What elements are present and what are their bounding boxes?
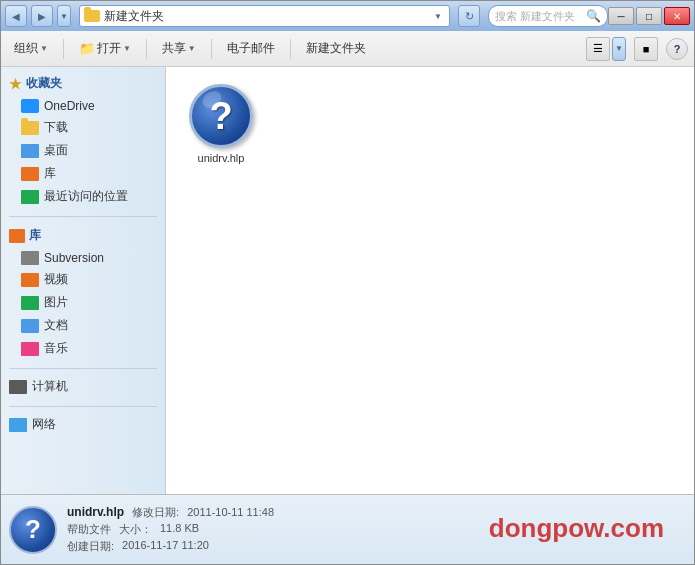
share-button[interactable]: 共享 ▼ [155, 36, 203, 61]
library-icon [21, 167, 39, 181]
sidebar-item-desktop[interactable]: 桌面 [1, 139, 165, 162]
sidebar-item-onedrive-label: OneDrive [44, 99, 95, 113]
video-icon [21, 273, 39, 287]
open-label: 打开 [97, 40, 121, 57]
toolbar-separator-1 [63, 39, 64, 59]
statusbar-modified-label: 修改日期: [132, 505, 179, 520]
computer-icon [9, 380, 27, 394]
sidebar-item-video-label: 视频 [44, 271, 68, 288]
sidebar-item-music[interactable]: 音乐 [1, 337, 165, 360]
help-button[interactable]: ? [666, 38, 688, 60]
organize-dropdown-icon: ▼ [40, 44, 48, 53]
doc-icon [21, 319, 39, 333]
minimize-button[interactable]: ─ [608, 7, 634, 25]
new-folder-button[interactable]: 新建文件夹 [299, 36, 373, 61]
open-dropdown-icon: ▼ [123, 44, 131, 53]
sidebar-item-music-label: 音乐 [44, 340, 68, 357]
close-button[interactable]: ✕ [664, 7, 690, 25]
email-button[interactable]: 电子邮件 [220, 36, 282, 61]
statusbar-filename: unidrv.hlp [67, 505, 124, 519]
view-dropdown-button[interactable]: ▼ [612, 37, 626, 61]
statusbar-created: 2016-11-17 11:20 [122, 539, 209, 554]
file-item-unidrv[interactable]: ? unidrv.hlp [176, 77, 266, 171]
search-icon[interactable]: 🔍 [586, 9, 601, 23]
share-dropdown-icon: ▼ [188, 44, 196, 53]
network-icon [9, 418, 27, 432]
file-area: ? unidrv.hlp [166, 67, 694, 494]
sidebar-item-download-label: 下载 [44, 119, 68, 136]
sidebar-item-network[interactable]: 网络 [1, 413, 165, 436]
onedrive-icon [21, 99, 39, 113]
favorites-label: 收藏夹 [26, 75, 62, 92]
titlebar: ◀ ▶ ▼ 新建文件夹 ▼ ↻ 搜索 新建文件夹 🔍 ─ □ ✕ [1, 1, 694, 31]
share-label: 共享 [162, 40, 186, 57]
statusbar-size: 11.8 KB [160, 522, 199, 537]
sidebar-divider-2 [9, 368, 157, 369]
new-folder-label: 新建文件夹 [306, 40, 366, 57]
sidebar: ★ 收藏夹 OneDrive 下载 桌面 库 [1, 67, 166, 494]
nav-dropdown[interactable]: ▼ [57, 5, 71, 27]
file-icon-char: ? [209, 97, 232, 135]
sidebar-item-desktop-label: 桌面 [44, 142, 68, 159]
statusbar: ? unidrv.hlp 修改日期: 2011-10-11 11:48 帮助文件… [1, 494, 694, 564]
sidebar-item-library[interactable]: 库 [1, 162, 165, 185]
libraries-label: 库 [29, 227, 41, 244]
sidebar-item-subversion-label: Subversion [44, 251, 104, 265]
statusbar-row1: unidrv.hlp 修改日期: 2011-10-11 11:48 [67, 505, 274, 520]
statusbar-row2: 帮助文件 大小： 11.8 KB [67, 522, 274, 537]
sidebar-divider-3 [9, 406, 157, 407]
titlebar-left: ◀ ▶ ▼ 新建文件夹 ▼ ↻ 搜索 新建文件夹 🔍 [5, 5, 608, 27]
statusbar-modified: 2011-10-11 11:48 [187, 506, 274, 518]
sidebar-item-recent-label: 最近访问的位置 [44, 188, 128, 205]
statusbar-icon: ? [9, 506, 57, 554]
sidebar-item-picture[interactable]: 图片 [1, 291, 165, 314]
address-dropdown[interactable]: ▼ [431, 5, 445, 27]
statusbar-created-label: 创建日期: [67, 539, 114, 554]
statusbar-info: unidrv.hlp 修改日期: 2011-10-11 11:48 帮助文件 大… [67, 505, 274, 554]
star-icon: ★ [9, 76, 22, 92]
sidebar-item-computer[interactable]: 计算机 [1, 375, 165, 398]
file-name-label: unidrv.hlp [198, 152, 245, 164]
toolbar-separator-3 [211, 39, 212, 59]
organize-label: 组织 [14, 40, 38, 57]
back-button[interactable]: ◀ [5, 5, 27, 27]
picture-icon [21, 296, 39, 310]
desktop-icon [21, 144, 39, 158]
libraries-icon [9, 229, 25, 243]
folder-icon [84, 10, 100, 22]
subversion-icon [21, 251, 39, 265]
statusbar-row3: 创建日期: 2016-11-17 11:20 [67, 539, 274, 554]
main-content: ★ 收藏夹 OneDrive 下载 桌面 库 [1, 67, 694, 494]
libraries-section: 库 Subversion 视频 图片 文档 [1, 223, 165, 360]
open-button[interactable]: 📁 打开 ▼ [72, 36, 138, 61]
open-icon: 📁 [79, 41, 95, 56]
sidebar-item-onedrive[interactable]: OneDrive [1, 96, 165, 116]
statusbar-type: 帮助文件 [67, 522, 111, 537]
titlebar-controls: ─ □ ✕ [608, 7, 690, 25]
details-view-button[interactable]: ■ [634, 37, 658, 61]
view-buttons: ☰ ▼ ■ ? [586, 37, 688, 61]
network-section: 网络 [1, 413, 165, 436]
file-icon-unidrv: ? [189, 84, 253, 148]
sidebar-item-recent[interactable]: 最近访问的位置 [1, 185, 165, 208]
sidebar-item-doc-label: 文档 [44, 317, 68, 334]
sidebar-item-download[interactable]: 下载 [1, 116, 165, 139]
sidebar-item-video[interactable]: 视频 [1, 268, 165, 291]
sidebar-divider-1 [9, 216, 157, 217]
libraries-header: 库 [1, 223, 165, 248]
view-toggle-button[interactable]: ☰ [586, 37, 610, 61]
favorites-header: ★ 收藏夹 [1, 71, 165, 96]
address-bar[interactable]: 新建文件夹 ▼ [79, 5, 450, 27]
recent-icon [21, 190, 39, 204]
sidebar-item-subversion[interactable]: Subversion [1, 248, 165, 268]
email-label: 电子邮件 [227, 40, 275, 57]
forward-button[interactable]: ▶ [31, 5, 53, 27]
sidebar-item-doc[interactable]: 文档 [1, 314, 165, 337]
sidebar-item-picture-label: 图片 [44, 294, 68, 311]
refresh-button[interactable]: ↻ [458, 5, 480, 27]
sidebar-item-network-label: 网络 [32, 416, 56, 433]
toolbar: 组织 ▼ 📁 打开 ▼ 共享 ▼ 电子邮件 新建文件夹 ☰ ▼ ■ ? [1, 31, 694, 67]
maximize-button[interactable]: □ [636, 7, 662, 25]
search-bar[interactable]: 搜索 新建文件夹 🔍 [488, 5, 608, 27]
organize-button[interactable]: 组织 ▼ [7, 36, 55, 61]
